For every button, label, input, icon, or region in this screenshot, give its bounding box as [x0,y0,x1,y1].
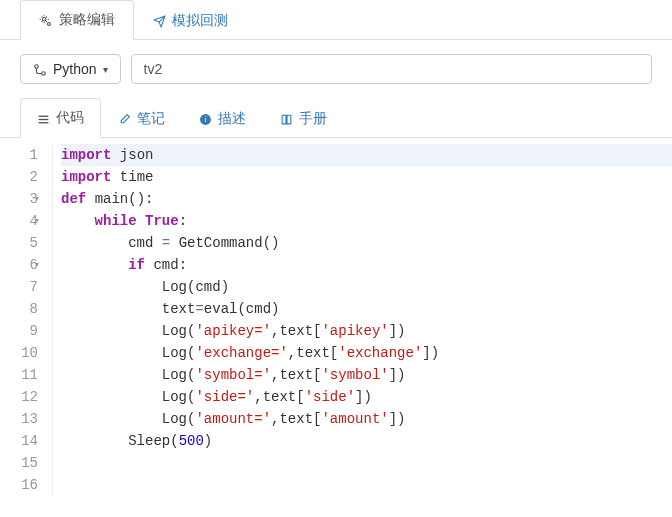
list-icon [37,111,50,126]
tab-code[interactable]: 代码 [20,98,101,138]
line-number: 5 [0,232,38,254]
line-number: 14 [0,430,38,452]
svg-point-1 [47,22,50,25]
code-line: while True: [61,210,672,232]
code-line: Log('amount=',text['amount']) [61,408,672,430]
code-icon [33,61,47,77]
code-line: Sleep(500) [61,430,672,452]
code-line: if cmd: [61,254,672,276]
tab-strategy-edit[interactable]: 策略编辑 [20,0,134,40]
code-line: import time [61,166,672,188]
strategy-name-input[interactable] [131,54,652,84]
line-number: 12 [0,386,38,408]
language-label: Python [53,61,97,77]
toolbar: Python ▾ [0,40,672,98]
language-selector[interactable]: Python ▾ [20,54,121,84]
gears-icon [39,12,53,28]
code-line: cmd = GetCommand() [61,232,672,254]
code-editor[interactable]: 1 2 3 4 5 6 7 8 9 10 11 12 13 14 15 16 i… [0,138,672,496]
gutter: 1 2 3 4 5 6 7 8 9 10 11 12 13 14 15 16 [0,144,52,496]
line-number: 15 [0,452,38,474]
line-number: 1 [0,144,38,166]
line-number: 16 [0,474,38,496]
tab-manual[interactable]: 手册 [263,98,344,138]
code-line: def main(): [61,188,672,210]
code-line [61,474,672,496]
svg-point-3 [42,72,46,76]
svg-point-2 [35,65,39,69]
edit-icon [118,111,131,126]
line-number: 8 [0,298,38,320]
code-line: text=eval(cmd) [61,298,672,320]
line-number: 6 [0,254,38,276]
line-number: 13 [0,408,38,430]
line-number: 10 [0,342,38,364]
tab-notes[interactable]: 笔记 [101,98,182,138]
line-number: 3 [0,188,38,210]
top-tabs: 策略编辑 模拟回测 [0,0,672,40]
caret-down-icon: ▾ [103,64,108,75]
code-line: Log('apikey=',text['apikey']) [61,320,672,342]
svg-text:i: i [204,116,206,125]
sub-tabs: 代码 笔记 i 描述 手册 [0,98,672,138]
tab-backtest[interactable]: 模拟回测 [134,0,247,40]
code-line: Log('side=',text['side']) [61,386,672,408]
code-line: import json [61,144,672,166]
line-number: 11 [0,364,38,386]
paper-plane-icon [153,13,166,28]
tab-desc[interactable]: i 描述 [182,98,263,138]
tab-strategy-edit-label: 策略编辑 [59,11,115,29]
tab-desc-label: 描述 [218,110,246,128]
tab-code-label: 代码 [56,109,84,127]
info-icon: i [199,111,212,126]
code-line: Log('exchange=',text['exchange']) [61,342,672,364]
tab-notes-label: 笔记 [137,110,165,128]
svg-point-0 [43,17,47,21]
code-line: Log(cmd) [61,276,672,298]
code-line [61,452,672,474]
tab-manual-label: 手册 [299,110,327,128]
line-number: 2 [0,166,38,188]
code-area[interactable]: import json import time def main(): whil… [52,144,672,496]
tab-backtest-label: 模拟回测 [172,12,228,30]
book-icon [280,111,293,126]
line-number: 7 [0,276,38,298]
code-line: Log('symbol=',text['symbol']) [61,364,672,386]
line-number: 4 [0,210,38,232]
line-number: 9 [0,320,38,342]
